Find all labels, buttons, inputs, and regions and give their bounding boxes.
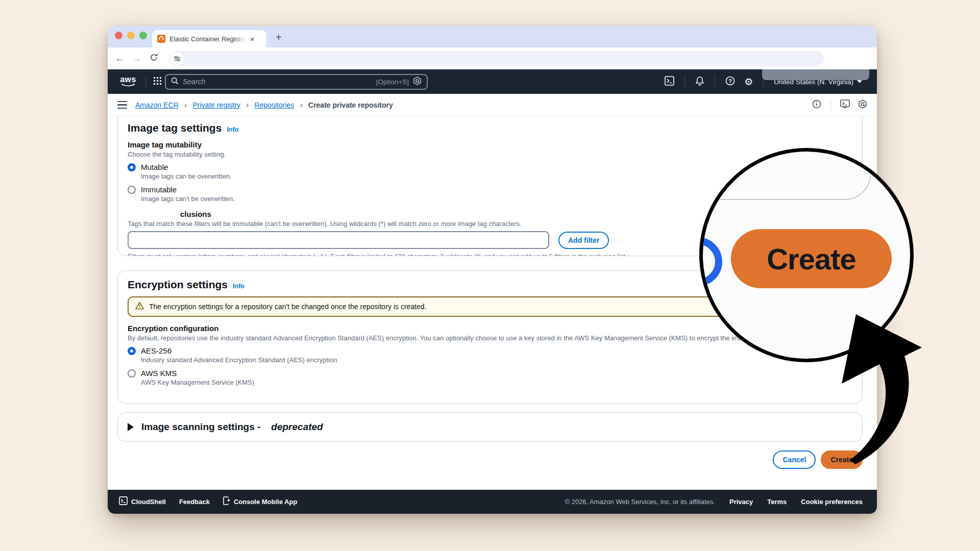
footer-cloudshell[interactable]: CloudShell: [119, 496, 166, 507]
radio-aws-kms-desc: AWS Key Management Service (KMS): [141, 379, 852, 386]
radio-aes-256-desc: Industry standard Advanced Encryption St…: [141, 356, 852, 364]
radio-immutable[interactable]: [128, 186, 136, 194]
notifications-bell-icon[interactable]: [695, 76, 704, 88]
feedback-link[interactable]: Feedback: [179, 498, 210, 506]
zoom-window-button[interactable]: [139, 32, 147, 39]
exclusion-filter-input[interactable]: [128, 231, 549, 249]
new-tab-button[interactable]: +: [276, 32, 282, 43]
breadcrumb-separator-icon: ›: [246, 101, 249, 109]
address-bar[interactable]: [169, 51, 824, 66]
browser-tab-ecr[interactable]: Elastic Container Registry - C ×: [152, 30, 266, 47]
zoom-callout-circle: Create: [699, 148, 914, 362]
add-filter-button[interactable]: Add filter: [558, 232, 609, 249]
mobile-app-label: Console Mobile App: [234, 498, 297, 506]
expand-arrow-icon[interactable]: [128, 423, 134, 431]
search-icon: [171, 77, 179, 87]
breadcrumb-private-registry[interactable]: Private registry: [192, 101, 240, 109]
privacy-link[interactable]: Privacy: [729, 498, 753, 506]
menu-hamburger-icon[interactable]: [117, 101, 127, 109]
create-button[interactable]: Create: [821, 450, 863, 469]
breadcrumb-current-page: Create private repository: [308, 101, 393, 109]
amazon-q-icon: [413, 77, 422, 87]
forward-icon[interactable]: →: [132, 53, 141, 64]
tab-close-icon[interactable]: ×: [250, 35, 255, 43]
section-title-encryption-settings: Encryption settings: [128, 279, 228, 291]
radio-aws-kms-label[interactable]: AWS KMS: [141, 369, 177, 378]
magnified-cancel-button-edge: [699, 237, 722, 286]
search-input[interactable]: [183, 78, 372, 86]
copyright-text: © 2026, Amazon Web Services, Inc. or its…: [565, 498, 715, 506]
browser-toolbar: ← →: [108, 47, 877, 69]
breadcrumb-amazon-ecr[interactable]: Amazon ECR: [135, 101, 179, 109]
svg-text:?: ?: [728, 78, 732, 84]
image-scanning-settings-card[interactable]: Image scanning settings -deprecated: [117, 412, 863, 442]
console-search[interactable]: [Option+S]: [165, 74, 428, 90]
traffic-lights: [115, 32, 147, 39]
radio-aes-256[interactable]: [128, 347, 136, 355]
tune-icon[interactable]: [170, 52, 184, 65]
image-tag-mutability-label: Image tag mutability: [128, 140, 852, 149]
radio-mutable-label[interactable]: Mutable: [141, 163, 168, 171]
cookie-preferences-link[interactable]: Cookie preferences: [801, 498, 863, 506]
info-icon[interactable]: [812, 99, 821, 111]
info-link[interactable]: Info: [233, 283, 244, 290]
url-input[interactable]: [188, 55, 823, 62]
settings-gear-icon[interactable]: ⚙: [744, 77, 753, 87]
tab-strip: Elastic Container Registry - C × +: [108, 26, 877, 47]
help-icon[interactable]: ?: [725, 76, 735, 88]
breadcrumb-repositories[interactable]: Repositories: [255, 101, 295, 109]
breadcrumb-separator-icon: ›: [300, 101, 303, 109]
form-actions: Cancel Create: [117, 450, 863, 469]
cloudshell-nav-icon[interactable]: [665, 76, 674, 88]
section-title-image-tag-settings: Image tag settings: [128, 122, 222, 134]
section-title-image-scanning: Image scanning settings -: [141, 421, 260, 433]
search-shortcut: [Option+S]: [376, 78, 409, 86]
breadcrumb-bar: Amazon ECR › Private registry › Reposito…: [108, 94, 877, 116]
aws-navbar: aws [Option+S]: [108, 69, 877, 94]
tab-title: Elastic Container Registry - C: [169, 35, 246, 43]
account-menu-redacted[interactable]: [762, 69, 869, 80]
reload-icon[interactable]: [150, 53, 158, 64]
chevron-down-icon: [857, 80, 862, 83]
radio-mutable[interactable]: [128, 163, 136, 171]
breadcrumb-separator-icon: ›: [184, 101, 187, 109]
cloudshell-icon: [119, 496, 128, 507]
cloudshell-panel-icon[interactable]: [840, 99, 850, 110]
minimize-window-button[interactable]: [127, 32, 135, 39]
warning-icon: [135, 302, 144, 312]
mobile-app-icon: [223, 496, 230, 507]
radio-aes-256-label[interactable]: AES-256: [141, 346, 172, 355]
cloudshell-label: CloudShell: [131, 498, 166, 506]
info-link[interactable]: Info: [227, 126, 238, 133]
back-icon[interactable]: ←: [115, 53, 124, 64]
radio-immutable-label[interactable]: Immutable: [141, 185, 177, 194]
aws-logo-text: aws: [120, 76, 136, 83]
image-tag-mutability-desc: Choose the tag mutability setting.: [128, 151, 852, 158]
ecr-favicon-icon: [157, 35, 165, 43]
deprecated-label: deprecated: [271, 421, 323, 433]
services-grid-icon[interactable]: [153, 77, 162, 87]
magnified-create-button: Create: [731, 229, 892, 288]
console-footer: CloudShell Feedback Console Mobile App ©…: [108, 490, 877, 514]
encryption-warning-text: The encryption settings for a repository…: [149, 303, 427, 311]
radio-aws-kms[interactable]: [128, 369, 136, 378]
amazon-q-panel-icon[interactable]: [858, 99, 867, 111]
close-window-button[interactable]: [115, 32, 122, 39]
cancel-button[interactable]: Cancel: [773, 450, 816, 469]
terms-link[interactable]: Terms: [767, 498, 787, 506]
footer-mobile-app[interactable]: Console Mobile App: [223, 496, 297, 507]
aws-logo[interactable]: aws: [118, 76, 138, 87]
